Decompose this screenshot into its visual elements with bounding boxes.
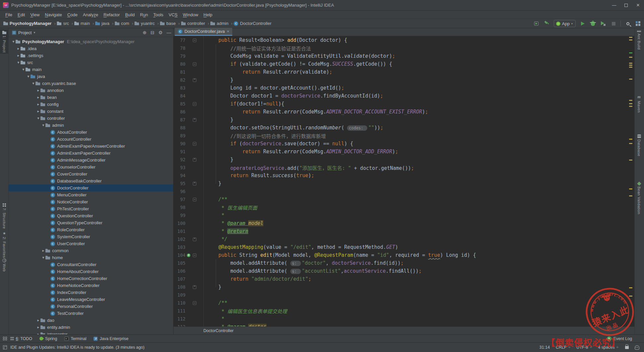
tree-item-homenoticecontroller[interactable]: CHomeNoticeController	[9, 282, 173, 289]
expand-arrow-icon[interactable]: ▶	[16, 54, 21, 57]
tool-strip-web[interactable]: Web	[0, 257, 9, 273]
status-widget-3114[interactable]: 31:14	[539, 345, 550, 350]
status-widget-utf8[interactable]: UTF-8÷	[576, 345, 592, 350]
tool-window-javaenterprise[interactable]: JJava Enterprise	[94, 336, 128, 341]
run-button[interactable]	[579, 20, 586, 27]
status-notification-icon[interactable]	[3, 345, 7, 349]
status-widget-crlf[interactable]: CRLF÷	[556, 345, 570, 350]
tree-item-common[interactable]: ▶common	[9, 247, 173, 254]
expand-arrow-icon[interactable]: ▼	[31, 82, 36, 85]
menu-window[interactable]: Window	[180, 12, 201, 18]
expand-arrow-icon[interactable]: ▼	[41, 256, 45, 259]
tree-item-java[interactable]: ▼java	[9, 73, 173, 80]
expand-arrow-icon[interactable]: ▶	[36, 96, 40, 99]
close-button[interactable]: ✕	[632, 0, 644, 10]
tool-window-spring[interactable]: Spring	[39, 336, 57, 341]
breadcrumb-item-base[interactable]: base	[160, 21, 176, 26]
hide-panel-icon[interactable]: ―	[167, 30, 171, 35]
project-structure-icon[interactable]	[635, 20, 641, 27]
expand-arrow-icon[interactable]: ▶	[36, 326, 40, 329]
breadcrumb-item-psychologymanager[interactable]: PsychologyManager	[3, 21, 51, 26]
close-tab-icon[interactable]: ×	[227, 29, 229, 34]
expand-arrow-icon[interactable]: ▼	[21, 68, 26, 71]
tool-strip-beanvalidation[interactable]: Bean Validation	[635, 181, 643, 216]
tree-item-entity.admin[interactable]: ▶entity.admin	[9, 324, 173, 331]
hector-inspections-icon[interactable]	[635, 345, 639, 350]
maximize-button[interactable]	[620, 0, 632, 10]
settings-gear-icon[interactable]: ⚙	[158, 30, 163, 35]
tree-item-admin[interactable]: ▼admin	[9, 122, 173, 129]
expand-arrow-icon[interactable]: ▶	[36, 319, 40, 322]
expand-arrow-icon[interactable]: ▶	[36, 89, 40, 92]
tree-item-homecorrectioncontroller[interactable]: CHomeCorrectionController	[9, 275, 173, 282]
tree-item-systemcontroller[interactable]: CSystemController	[9, 233, 173, 240]
menu-navigate[interactable]: Navigate	[42, 12, 64, 18]
menu-code[interactable]: Code	[65, 12, 80, 18]
expand-arrow-icon[interactable]: ▶	[41, 249, 45, 252]
menu-build[interactable]: Build	[122, 12, 137, 18]
tree-item-psychologymanager[interactable]: ▼PsychologyManagerE:\idea_space\Psycholo…	[9, 38, 173, 45]
menu-refactor[interactable]: Refactor	[101, 12, 122, 18]
tree-item-home[interactable]: ▼home	[9, 254, 173, 261]
debug-button[interactable]	[590, 20, 596, 27]
tree-item-aboutcontroller[interactable]: CAboutController	[9, 129, 173, 136]
tool-window-terminal[interactable]: >Terminal	[64, 336, 86, 341]
expand-arrow-icon[interactable]: ▶	[16, 47, 21, 50]
expand-arrow-icon[interactable]: ▶	[36, 103, 40, 106]
menu-edit[interactable]: Edit	[15, 12, 28, 18]
fold-marker-icon[interactable]: −	[192, 102, 197, 106]
tree-item-menucontroller[interactable]: CMenuController	[9, 191, 173, 198]
collapse-all-icon[interactable]: ⊟	[151, 30, 155, 35]
expand-arrow-icon[interactable]: ▼	[16, 61, 21, 64]
coverage-run-button[interactable]	[600, 20, 607, 27]
menu-help[interactable]: Help	[201, 12, 215, 18]
fold-marker-icon[interactable]: ^	[192, 158, 197, 162]
breadcrumb-item-src[interactable]: src	[57, 21, 69, 26]
breadcrumb-item-com[interactable]: com	[115, 21, 129, 26]
tree-item-leavemessagecontroller[interactable]: CLeaveMessageController	[9, 296, 173, 303]
project-view-selector[interactable]: Project ▾	[12, 30, 35, 35]
tree-item-interceptor[interactable]: ▶interceptor	[9, 331, 173, 334]
tree-item-src[interactable]: ▼src	[9, 59, 173, 66]
build-hammer-icon[interactable]	[543, 20, 550, 27]
expand-arrow-icon[interactable]: ▼	[11, 40, 16, 43]
search-everywhere-icon[interactable]	[624, 20, 631, 27]
spring-mapping-icon[interactable]	[185, 253, 192, 257]
tool-strip-maven[interactable]: mMaven	[635, 93, 643, 114]
breadcrumb-item-controller[interactable]: controller	[181, 21, 205, 26]
tool-strip-structure[interactable]: 7: Structure	[0, 202, 9, 230]
menu-tools[interactable]: Tools	[151, 12, 166, 18]
lock-icon[interactable]	[625, 346, 629, 349]
tab-doctorcontroller[interactable]: C DoctorController.java ×	[175, 28, 232, 36]
breadcrumb-item-doctorcontroller[interactable]: CDoctorController	[234, 21, 271, 26]
breadcrumb-item-main[interactable]: main	[74, 21, 90, 26]
expand-arrow-icon[interactable]: ▼	[41, 124, 45, 127]
run-configuration-select[interactable]: App ▾	[554, 20, 576, 27]
tool-window-todo[interactable]: 6: TODO	[10, 336, 33, 341]
stop-button[interactable]	[610, 20, 617, 27]
tree-item-doctorcontroller[interactable]: CDoctorController	[9, 184, 173, 191]
menu-view[interactable]: View	[28, 12, 42, 18]
breadcrumb-item-yuanlrc[interactable]: yuanlrc	[134, 21, 155, 26]
tool-strip-antbuild[interactable]: Ant Build	[635, 29, 643, 51]
tree-item-rolecontroller[interactable]: CRoleController	[9, 226, 173, 233]
tree-item-testcontroller[interactable]: CTestController	[9, 310, 173, 317]
fold-marker-icon[interactable]: ^	[192, 285, 197, 289]
tree-item-.settings[interactable]: ▶.settings	[9, 52, 173, 59]
fold-marker-icon[interactable]: −	[192, 62, 197, 66]
fold-marker-icon[interactable]: ^	[192, 238, 197, 241]
tree-item-personalcontroller[interactable]: CPersonalController	[9, 303, 173, 310]
fold-marker-icon[interactable]: −	[192, 301, 197, 305]
tree-item-covercontroller[interactable]: CCoverController	[9, 171, 173, 177]
tool-window-switcher-icon[interactable]	[3, 337, 7, 341]
status-widget-4spaces[interactable]: 4 spaces÷	[598, 345, 618, 350]
tree-item-homeaboutcontroller[interactable]: CHomeAboutController	[9, 268, 173, 275]
tree-item-databasebakcontroller[interactable]: CDatabaseBakController	[9, 177, 173, 184]
tree-item-.idea[interactable]: ▶.idea	[9, 45, 173, 52]
tree-item-noticecontroller[interactable]: CNoticeController	[9, 198, 173, 205]
tree-item-dao[interactable]: ▶dao	[9, 317, 173, 324]
tree-item-adminmessagecontroller[interactable]: CAdminMessageController	[9, 157, 173, 164]
fold-marker-icon[interactable]: ^	[192, 182, 197, 185]
expand-arrow-icon[interactable]: ▼	[26, 75, 31, 78]
tool-strip-database[interactable]: Database	[635, 133, 643, 158]
